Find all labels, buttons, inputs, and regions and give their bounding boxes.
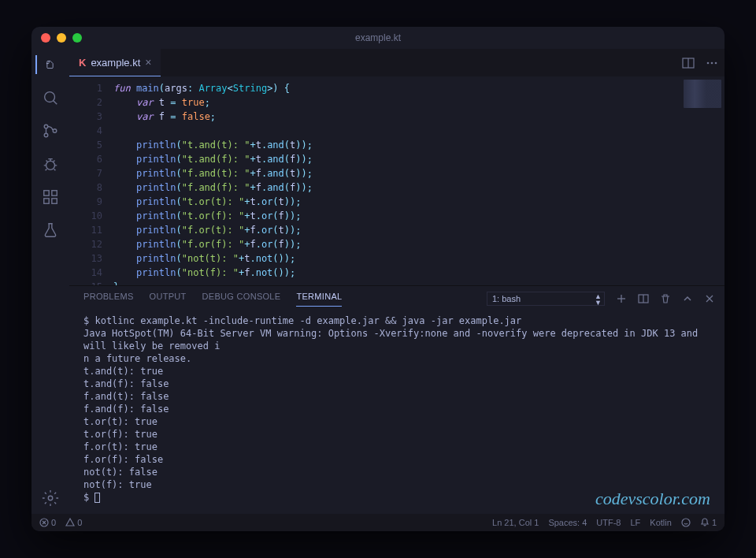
debug-icon[interactable] bbox=[41, 154, 60, 173]
svg-point-2 bbox=[44, 125, 48, 128]
status-encoding[interactable]: UTF-8 bbox=[596, 518, 621, 527]
status-language[interactable]: Kotlin bbox=[650, 518, 672, 527]
terminal-selector[interactable]: 1: bash ▲▼ bbox=[487, 292, 605, 306]
svg-point-4 bbox=[53, 129, 57, 133]
svg-line-1 bbox=[54, 101, 57, 105]
svg-point-14 bbox=[711, 61, 713, 64]
tab-bar: K example.kt × bbox=[69, 49, 724, 76]
status-feedback-icon[interactable] bbox=[681, 518, 691, 527]
svg-rect-7 bbox=[44, 199, 49, 203]
minimize-window-button[interactable] bbox=[57, 33, 66, 43]
window-title: example.kt bbox=[355, 32, 401, 43]
extensions-icon[interactable] bbox=[41, 188, 60, 206]
status-errors[interactable]: 0 bbox=[39, 518, 56, 527]
line-number-gutter: 123456789101112131415 bbox=[69, 76, 113, 285]
close-panel-icon[interactable] bbox=[704, 293, 715, 304]
maximize-window-button[interactable] bbox=[72, 33, 82, 43]
window-controls bbox=[41, 33, 82, 43]
search-icon[interactable] bbox=[41, 88, 60, 107]
panel-tabbar: PROBLEMS OUTPUT DEBUG CONSOLE TERMINAL 1… bbox=[69, 286, 724, 311]
svg-point-5 bbox=[46, 161, 55, 169]
settings-gear-icon[interactable] bbox=[41, 489, 60, 508]
terminal-output[interactable]: $ kotlinc example.kt -include-runtime -d… bbox=[69, 311, 724, 514]
svg-rect-9 bbox=[52, 191, 57, 195]
status-bar: 0 0 Ln 21, Col 1 Spaces: 4 UTF-8 LF Kotl… bbox=[32, 514, 724, 531]
close-window-button[interactable] bbox=[41, 33, 50, 43]
tab-filename: example.kt bbox=[91, 57, 140, 69]
code-editor[interactable]: fun main(args: Array<String>) { var t = … bbox=[113, 76, 680, 285]
panel-tab-output[interactable]: OUTPUT bbox=[150, 292, 187, 307]
status-notifications[interactable]: 1 bbox=[700, 518, 717, 527]
file-tab[interactable]: K example.kt × bbox=[69, 49, 161, 76]
maximize-panel-icon[interactable] bbox=[682, 293, 693, 304]
status-cursor[interactable]: Ln 21, Col 1 bbox=[492, 518, 539, 527]
more-actions-icon[interactable] bbox=[706, 57, 718, 69]
kotlin-file-icon: K bbox=[79, 57, 86, 69]
split-terminal-icon[interactable] bbox=[638, 293, 649, 304]
panel-tab-debug[interactable]: DEBUG CONSOLE bbox=[202, 292, 281, 307]
editor-area: 123456789101112131415 fun main(args: Arr… bbox=[69, 76, 724, 285]
terminal-selector-value: 1: bash bbox=[487, 292, 605, 306]
status-spaces[interactable]: Spaces: 4 bbox=[548, 518, 587, 527]
panel-tab-problems[interactable]: PROBLEMS bbox=[83, 292, 134, 307]
split-editor-icon[interactable] bbox=[682, 57, 695, 69]
kill-terminal-icon[interactable] bbox=[660, 293, 671, 304]
svg-point-10 bbox=[48, 496, 53, 500]
svg-point-3 bbox=[44, 133, 48, 137]
svg-point-15 bbox=[715, 61, 717, 64]
status-warnings[interactable]: 0 bbox=[65, 518, 82, 527]
new-terminal-icon[interactable] bbox=[616, 293, 627, 304]
minimap-content bbox=[684, 80, 721, 108]
svg-rect-8 bbox=[52, 199, 57, 203]
main-area: K example.kt × 1234567891011121314 bbox=[69, 49, 724, 514]
svg-point-0 bbox=[45, 92, 55, 102]
editor-window: example.kt bbox=[32, 27, 724, 531]
activity-bar bbox=[32, 49, 69, 514]
svg-point-25 bbox=[682, 519, 690, 526]
watermark-text: codevscolor.com bbox=[595, 489, 710, 509]
svg-point-13 bbox=[707, 61, 710, 64]
flask-icon[interactable] bbox=[41, 221, 60, 240]
close-tab-icon[interactable]: × bbox=[145, 56, 151, 69]
minimap[interactable] bbox=[680, 76, 724, 285]
source-control-icon[interactable] bbox=[41, 121, 60, 140]
status-eol[interactable]: LF bbox=[631, 518, 641, 527]
window-body: K example.kt × 1234567891011121314 bbox=[32, 49, 724, 514]
titlebar: example.kt bbox=[32, 27, 724, 49]
select-arrows-icon: ▲▼ bbox=[595, 293, 602, 306]
panel-tab-terminal[interactable]: TERMINAL bbox=[296, 292, 342, 307]
bottom-panel: PROBLEMS OUTPUT DEBUG CONSOLE TERMINAL 1… bbox=[69, 285, 724, 514]
explorer-icon[interactable] bbox=[35, 55, 54, 74]
svg-rect-6 bbox=[44, 191, 49, 195]
